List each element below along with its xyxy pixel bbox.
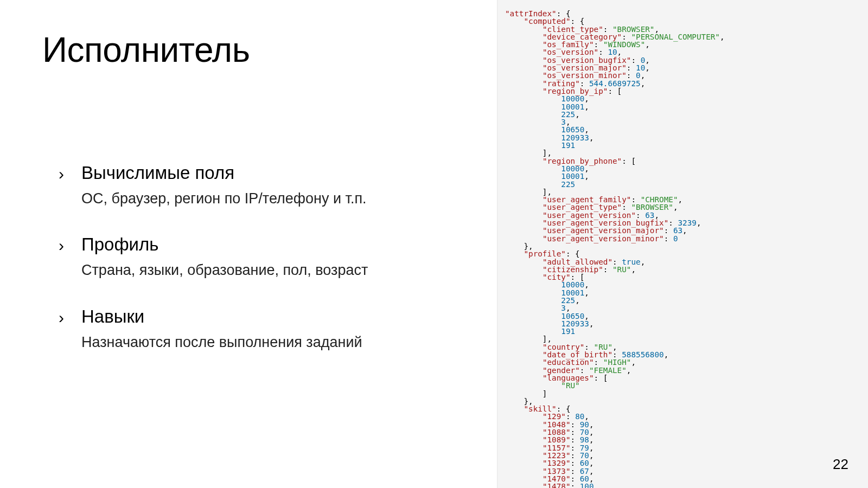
bullet-title: Профиль <box>81 234 158 255</box>
chevron-icon: › <box>59 166 66 182</box>
bullet-title: Навыки <box>81 306 144 327</box>
bullet-head: › Навыки <box>59 306 427 327</box>
bullet-subtitle: Страна, языки, образование, пол, возраст <box>81 260 427 280</box>
bullet-subtitle: Назначаются после выполнения заданий <box>81 332 427 352</box>
bullet-title: Вычислимые поля <box>81 163 234 183</box>
bullet-item: › Навыки Назначаются после выполнения за… <box>59 306 427 352</box>
slide-title: Исполнитель <box>42 30 250 70</box>
page-number: 22 <box>833 456 848 473</box>
slide: Исполнитель › Вычислимые поля ОС, браузе… <box>0 0 868 488</box>
bullet-subtitle: ОС, браузер, регион по IP/телефону и т.п… <box>81 189 427 208</box>
bullet-list: › Вычислимые поля ОС, браузер, регион по… <box>59 163 427 378</box>
bullet-item: › Профиль Страна, языки, образование, по… <box>59 234 427 280</box>
bullet-head: › Профиль <box>59 234 427 255</box>
json-code-block: "attrIndex": { "computed": { "client_typ… <box>497 0 868 488</box>
bullet-head: › Вычислимые поля <box>59 163 427 183</box>
chevron-icon: › <box>59 237 66 254</box>
bullet-item: › Вычислимые поля ОС, браузер, регион по… <box>59 163 427 208</box>
chevron-icon: › <box>59 310 66 326</box>
